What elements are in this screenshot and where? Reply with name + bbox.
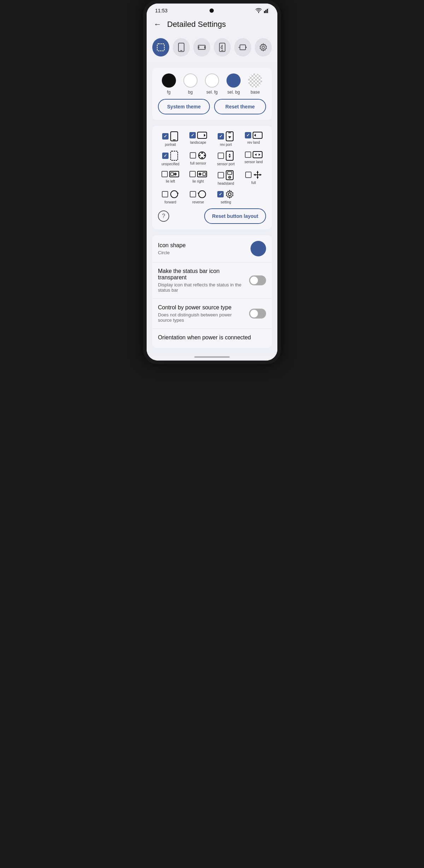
- orient-unspecified[interactable]: unspecified: [158, 151, 183, 166]
- svg-point-55: [228, 193, 231, 196]
- checkbox-full[interactable]: [245, 172, 252, 178]
- setting-orientation-power[interactable]: Orientation when power is connected: [152, 329, 272, 348]
- lie-left-icon: [169, 170, 179, 178]
- orient-rev-port[interactable]: rev port: [213, 131, 238, 147]
- setting-status-bar-transparent[interactable]: Make the status bar icon transparent Dis…: [152, 262, 272, 299]
- orientation-section: portrait landscape: [152, 126, 272, 230]
- lie-right-icon: [197, 170, 207, 178]
- sensor-port-label: sensor port: [217, 162, 235, 166]
- tab-phone[interactable]: [173, 38, 190, 57]
- rev-port-icon: [225, 131, 234, 141]
- orient-landscape[interactable]: landscape: [186, 131, 211, 147]
- tab-arrows[interactable]: [193, 38, 210, 57]
- color-bg[interactable]: bg: [183, 73, 198, 95]
- reset-theme-button[interactable]: Reset theme: [214, 99, 266, 114]
- orient-rev-land[interactable]: rev land: [241, 131, 266, 147]
- checkbox-unspecified[interactable]: [162, 153, 169, 159]
- svg-rect-26: [171, 151, 178, 160]
- svg-marker-49: [257, 171, 259, 173]
- svg-rect-2: [267, 9, 268, 13]
- checkbox-portrait[interactable]: [162, 133, 169, 139]
- tab-settings[interactable]: [255, 38, 272, 57]
- orient-reverse[interactable]: reverse: [186, 190, 211, 204]
- checkbox-forward[interactable]: [162, 191, 168, 197]
- color-base[interactable]: base: [248, 73, 262, 95]
- svg-marker-20: [204, 134, 206, 137]
- help-button[interactable]: ?: [158, 210, 169, 222]
- landscape-label: landscape: [190, 141, 206, 144]
- checkbox-lie-right[interactable]: [189, 171, 196, 177]
- checkbox-setting[interactable]: [217, 191, 224, 197]
- reset-layout-row: ? Reset button layout: [158, 208, 266, 224]
- tab-border[interactable]: [152, 38, 169, 57]
- icon-shape-text: Icon shape Circle: [158, 242, 246, 255]
- back-button[interactable]: ←: [154, 20, 161, 29]
- color-sel-fg[interactable]: sel. fg: [205, 73, 219, 95]
- system-theme-button[interactable]: System theme: [158, 99, 210, 114]
- settings-icon: [259, 43, 267, 52]
- checkbox-rev-land[interactable]: [245, 132, 251, 138]
- svg-marker-12: [221, 45, 222, 49]
- status-bar: 11:53: [147, 4, 277, 15]
- checkbox-sensor-port[interactable]: [218, 153, 224, 159]
- svg-rect-4: [157, 44, 164, 51]
- svg-marker-28: [229, 154, 231, 155]
- checkbox-full-sensor[interactable]: [190, 152, 196, 159]
- orient-full-sensor[interactable]: full sensor: [186, 151, 211, 166]
- headstand-icon: [225, 170, 234, 180]
- status-bar-toggle[interactable]: [249, 275, 266, 285]
- header: ← Detailed Settings: [147, 15, 277, 34]
- orient-portrait[interactable]: portrait: [158, 131, 183, 147]
- power-source-text: Control by power source type Does not di…: [158, 304, 245, 323]
- bg-label: bg: [188, 90, 193, 95]
- orient-lie-left[interactable]: lie left: [158, 170, 183, 185]
- unspecified-label: unspecified: [161, 162, 179, 166]
- sensor-land-icon: [253, 151, 263, 159]
- theme-buttons: System theme Reset theme: [158, 99, 266, 114]
- svg-rect-39: [203, 173, 206, 176]
- orient-setting[interactable]: setting: [213, 190, 238, 204]
- tab-phone2[interactable]: [214, 38, 231, 57]
- bottom-bar: [147, 353, 277, 361]
- home-indicator: [194, 356, 230, 358]
- orient-lie-right[interactable]: lie right: [186, 170, 211, 185]
- checkbox-landscape[interactable]: [189, 132, 196, 138]
- signal-icon: [264, 8, 269, 13]
- sensor-port-icon: [225, 151, 234, 161]
- lie-right-label: lie right: [193, 179, 204, 183]
- arrows2-icon: [238, 43, 247, 51]
- orientation-power-text: Orientation when power is connected: [158, 334, 262, 342]
- page-title: Detailed Settings: [167, 20, 226, 29]
- setting-power-source[interactable]: Control by power source type Does not di…: [152, 299, 272, 329]
- reset-button-layout-button[interactable]: Reset button layout: [204, 208, 266, 224]
- main-content: fg bg sel. fg sel. bg: [147, 62, 277, 353]
- checkbox-headstand[interactable]: [218, 172, 224, 178]
- checkbox-reverse[interactable]: [190, 191, 196, 197]
- color-sel-bg[interactable]: sel. bg: [226, 73, 241, 95]
- svg-marker-29: [229, 156, 231, 158]
- sel-fg-label: sel. fg: [206, 90, 218, 95]
- orient-sensor-land[interactable]: sensor land: [241, 151, 266, 166]
- headstand-label: headstand: [218, 182, 234, 185]
- tab-arrows2[interactable]: [234, 38, 251, 57]
- color-fg[interactable]: fg: [162, 73, 176, 95]
- checkbox-rev-port[interactable]: [218, 133, 224, 139]
- svg-rect-34: [171, 173, 173, 176]
- phone-frame: 11:53 ← D: [143, 0, 281, 364]
- orient-headstand[interactable]: headstand: [213, 170, 238, 185]
- orient-full[interactable]: full: [241, 170, 266, 185]
- orient-sensor-port[interactable]: sensor port: [213, 151, 238, 166]
- setting-icon-shape[interactable]: Icon shape Circle: [152, 235, 272, 262]
- checkbox-sensor-land[interactable]: [245, 151, 251, 158]
- checkbox-lie-left[interactable]: [161, 171, 168, 177]
- svg-marker-25: [254, 134, 256, 137]
- phone-screen: 11:53 ← D: [147, 4, 277, 361]
- theme-section: fg bg sel. fg sel. bg: [152, 68, 272, 120]
- icon-shape-indicator: [251, 241, 266, 256]
- setting-label: setting: [221, 200, 231, 204]
- phone2-icon: [218, 43, 226, 52]
- orient-forward[interactable]: forward: [158, 190, 183, 204]
- full-label: full: [251, 181, 256, 185]
- portrait-icon: [170, 131, 178, 141]
- power-source-toggle[interactable]: [249, 309, 266, 319]
